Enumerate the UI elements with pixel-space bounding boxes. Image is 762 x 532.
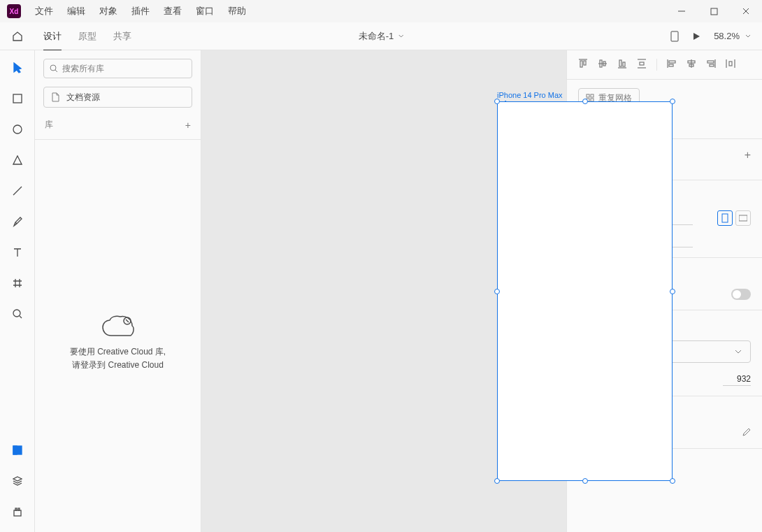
search-icon xyxy=(50,64,58,73)
portrait-button[interactable] xyxy=(717,210,733,226)
svg-rect-38 xyxy=(707,61,714,63)
svg-point-8 xyxy=(13,310,20,317)
eyedropper-icon[interactable] xyxy=(741,428,751,438)
ellipse-tool[interactable] xyxy=(7,122,28,137)
align-right-icon[interactable] xyxy=(706,59,716,71)
svg-line-18 xyxy=(126,319,129,322)
zoom-dropdown[interactable]: 58.2% xyxy=(714,31,751,41)
layers-panel-button[interactable] xyxy=(7,473,28,489)
align-hcenter-icon[interactable] xyxy=(686,59,696,71)
close-button[interactable] xyxy=(730,0,762,22)
svg-rect-39 xyxy=(710,64,714,66)
plugins-panel-button[interactable] xyxy=(7,504,28,519)
resize-handle[interactable] xyxy=(582,478,588,484)
menu-edit[interactable]: 编辑 xyxy=(67,5,85,17)
app-icon: Xd xyxy=(7,4,21,18)
svg-rect-44 xyxy=(591,94,594,97)
file-icon xyxy=(51,92,59,102)
add-component-button[interactable]: + xyxy=(745,149,751,161)
rectangle-tool[interactable] xyxy=(7,91,28,106)
tools-rail xyxy=(0,50,35,532)
distribute-v-icon[interactable] xyxy=(637,59,647,71)
resize-handle[interactable] xyxy=(494,99,500,104)
distribute-h-icon[interactable] xyxy=(726,59,735,71)
resize-handle[interactable] xyxy=(494,289,500,294)
minimize-button[interactable] xyxy=(666,0,698,22)
align-row xyxy=(567,50,762,80)
tab-prototype[interactable]: 原型 xyxy=(78,22,96,51)
panel-empty-state: 要使用 Creative Cloud 库, 请登录到 Creative Clou… xyxy=(35,140,201,532)
svg-point-15 xyxy=(50,65,56,71)
chevron-down-icon xyxy=(398,34,403,39)
libraries-panel-button[interactable] xyxy=(7,443,28,458)
align-bottom-icon[interactable] xyxy=(617,59,627,71)
align-top-icon[interactable] xyxy=(578,59,588,71)
svg-rect-33 xyxy=(669,64,673,66)
svg-rect-5 xyxy=(13,94,22,103)
menu-plugins[interactable]: 插件 xyxy=(131,5,150,17)
svg-rect-43 xyxy=(587,94,589,97)
text-tool[interactable] xyxy=(7,245,28,260)
canvas[interactable]: iPhone 14 Pro Max – 1 xyxy=(201,50,566,532)
svg-rect-20 xyxy=(580,61,582,67)
svg-rect-12 xyxy=(14,510,21,516)
search-input[interactable]: 搜索所有库 xyxy=(43,59,192,78)
document-title[interactable]: 未命名-1 xyxy=(359,30,404,43)
artboard[interactable] xyxy=(497,101,673,481)
resize-handle[interactable] xyxy=(582,99,588,104)
svg-line-7 xyxy=(13,187,22,195)
left-panel: 搜索所有库 文档资源 库 + 要使用 Creative Cloud 库, 请登录… xyxy=(35,50,201,532)
library-label[interactable]: 库 xyxy=(45,119,53,131)
svg-rect-26 xyxy=(619,60,621,66)
menu-window[interactable]: 窗口 xyxy=(196,5,214,17)
topbar: 设计 原型 共享 未命名-1 58.2% xyxy=(0,22,762,50)
resize-handle[interactable] xyxy=(494,478,500,484)
svg-rect-21 xyxy=(584,61,586,65)
svg-rect-13 xyxy=(15,508,17,510)
artboard-tool[interactable] xyxy=(7,275,28,291)
chevron-down-icon xyxy=(735,349,742,354)
line-tool[interactable] xyxy=(7,183,28,199)
svg-rect-27 xyxy=(623,62,625,66)
maximize-button[interactable] xyxy=(698,0,730,22)
svg-rect-4 xyxy=(671,31,678,41)
landscape-button[interactable] xyxy=(735,210,751,226)
pen-tool[interactable] xyxy=(7,214,28,229)
polygon-tool[interactable] xyxy=(7,152,28,168)
window-controls xyxy=(666,0,762,22)
svg-rect-30 xyxy=(640,62,644,65)
responsive-toggle[interactable] xyxy=(731,289,751,300)
svg-rect-56 xyxy=(722,214,728,222)
resize-handle[interactable] xyxy=(670,478,675,484)
svg-rect-42 xyxy=(729,62,732,66)
mode-tabs: 设计 原型 共享 xyxy=(43,22,131,51)
play-icon[interactable] xyxy=(691,31,701,41)
mobile-preview-icon[interactable] xyxy=(670,31,679,42)
home-button[interactable] xyxy=(0,31,35,42)
menu-file[interactable]: 文件 xyxy=(35,5,53,17)
chevron-down-icon xyxy=(745,34,751,39)
svg-rect-14 xyxy=(18,508,20,510)
svg-rect-11 xyxy=(13,446,17,454)
creative-cloud-icon xyxy=(101,315,136,338)
select-tool[interactable] xyxy=(7,60,28,76)
svg-line-9 xyxy=(20,316,22,318)
svg-rect-57 xyxy=(739,215,747,221)
menu-view[interactable]: 查看 xyxy=(164,5,182,17)
doc-assets-row[interactable]: 文档资源 xyxy=(43,87,192,108)
viewport-height-input[interactable] xyxy=(723,373,751,386)
menu-object[interactable]: 对象 xyxy=(99,5,117,17)
tab-design[interactable]: 设计 xyxy=(43,22,62,51)
align-left-icon[interactable] xyxy=(667,59,677,71)
library-row: 库 + xyxy=(35,113,201,140)
menu-help[interactable]: 帮助 xyxy=(228,5,246,17)
add-library-button[interactable]: + xyxy=(185,120,191,131)
svg-point-6 xyxy=(13,125,22,134)
resize-handle[interactable] xyxy=(670,289,675,294)
zoom-tool[interactable] xyxy=(7,306,28,322)
resize-handle[interactable] xyxy=(670,99,675,104)
tab-share[interactable]: 共享 xyxy=(113,22,131,51)
align-vcenter-icon[interactable] xyxy=(598,59,608,71)
svg-rect-32 xyxy=(669,61,675,63)
svg-rect-1 xyxy=(711,8,717,15)
